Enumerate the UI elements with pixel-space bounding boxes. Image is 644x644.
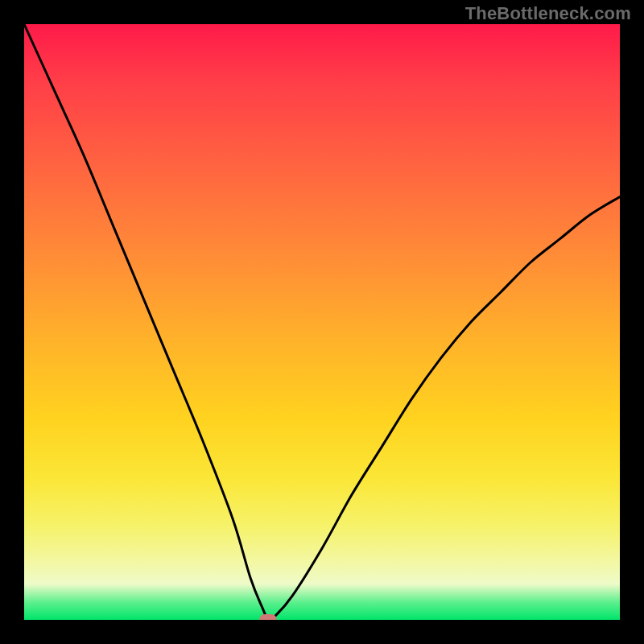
watermark-text: TheBottleneck.com — [465, 3, 631, 24]
minimum-marker — [259, 614, 277, 620]
plot-area — [24, 24, 620, 620]
chart-frame: TheBottleneck.com — [0, 0, 644, 644]
bottleneck-curve — [24, 24, 620, 620]
